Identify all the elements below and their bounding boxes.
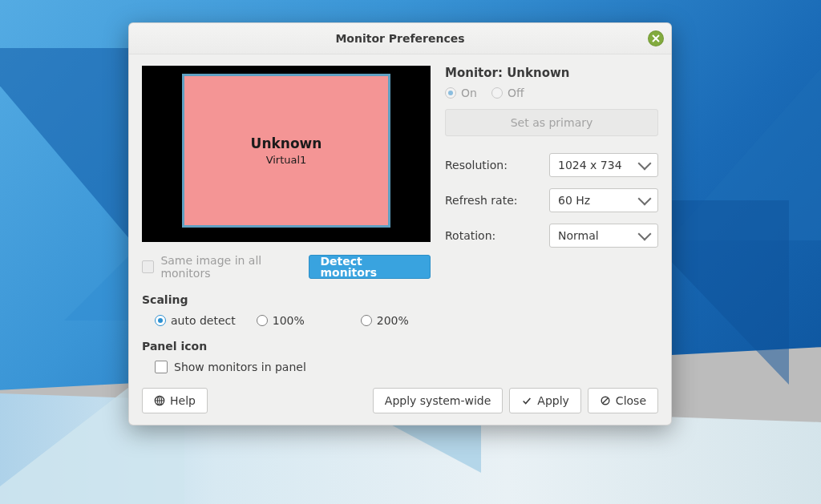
chevron-down-icon xyxy=(638,192,652,206)
monitor-preview[interactable]: Unknown Virtual1 xyxy=(142,66,431,242)
set-as-primary-button: Set as primary xyxy=(445,109,658,136)
help-icon xyxy=(154,395,165,406)
scaling-auto-radio[interactable]: auto detect xyxy=(155,314,236,327)
show-monitors-checkbox[interactable] xyxy=(155,361,168,373)
resolution-combo[interactable]: 1024 x 734 xyxy=(549,153,658,177)
same-image-label: Same image in all monitors xyxy=(160,254,308,280)
checkbox-icon xyxy=(142,260,154,273)
rotation-combo[interactable]: Normal xyxy=(549,224,658,248)
close-button[interactable]: Close xyxy=(588,388,658,413)
chevron-down-icon xyxy=(638,228,652,241)
resolution-label: Resolution: xyxy=(445,159,549,171)
close-icon xyxy=(652,34,660,42)
radio-icon xyxy=(491,87,503,99)
scaling-heading: Scaling xyxy=(142,293,658,306)
radio-icon xyxy=(155,315,166,326)
radio-icon xyxy=(445,87,456,99)
rotation-label: Rotation: xyxy=(445,229,549,242)
same-image-checkbox: Same image in all monitors xyxy=(142,254,309,280)
prohibit-icon xyxy=(600,395,611,406)
close-window-button[interactable] xyxy=(648,30,664,46)
window-title: Monitor Preferences xyxy=(335,32,464,45)
monitor-preferences-window: Monitor Preferences Unknown Virtual1 Sam… xyxy=(128,22,672,425)
panel-icon-heading: Panel icon xyxy=(142,340,658,353)
titlebar: Monitor Preferences xyxy=(129,23,671,54)
scaling-200-radio[interactable]: 200% xyxy=(361,314,409,327)
apply-button[interactable]: Apply xyxy=(509,388,581,413)
apply-system-wide-button[interactable]: Apply system-wide xyxy=(373,388,503,413)
monitor-heading: Monitor: Unknown xyxy=(445,66,658,80)
refresh-rate-label: Refresh rate: xyxy=(445,194,549,207)
detect-monitors-button[interactable]: Detect monitors xyxy=(309,255,431,279)
show-monitors-label: Show monitors in panel xyxy=(174,361,306,373)
refresh-rate-combo[interactable]: 60 Hz xyxy=(549,188,658,212)
monitor-off-radio: Off xyxy=(491,87,524,99)
scaling-100-radio[interactable]: 100% xyxy=(257,314,305,327)
svg-line-7 xyxy=(603,398,609,404)
radio-icon xyxy=(361,315,372,326)
radio-icon xyxy=(257,315,268,326)
check-icon xyxy=(521,395,532,406)
help-button[interactable]: Help xyxy=(142,388,208,413)
preview-monitor-name: Unknown xyxy=(251,135,322,151)
monitor-on-radio: On xyxy=(445,87,477,99)
chevron-down-icon xyxy=(638,157,652,171)
preview-connector: Virtual1 xyxy=(266,154,307,166)
monitor-preview-display: Unknown Virtual1 xyxy=(184,75,389,226)
